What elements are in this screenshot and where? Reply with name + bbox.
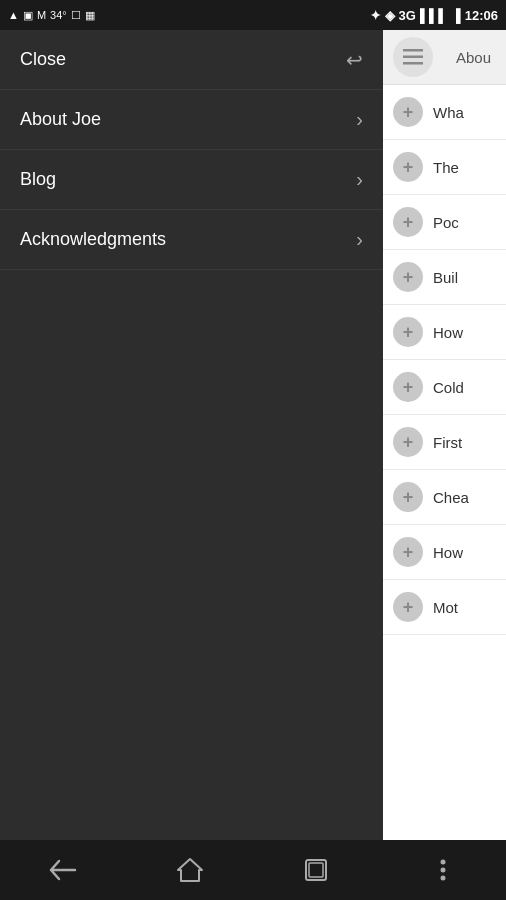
plus-icon-1: +	[393, 97, 423, 127]
plus-icon-6: +	[393, 372, 423, 402]
list-item-text-2: The	[433, 159, 459, 176]
more-icon	[439, 858, 447, 882]
nfc-icon: ◈	[385, 8, 395, 23]
plus-icon-2: +	[393, 152, 423, 182]
plus-icon-4: +	[393, 262, 423, 292]
svg-rect-2	[403, 62, 423, 65]
image-icon: ▣	[23, 9, 33, 22]
close-label: Close	[20, 49, 66, 70]
list-item-text-8: Chea	[433, 489, 469, 506]
temperature: 34°	[50, 9, 67, 21]
sidebar-item-blog[interactable]: Blog ›	[0, 150, 383, 210]
acknowledgments-label: Acknowledgments	[20, 229, 166, 250]
list-item[interactable]: + Cold	[383, 360, 506, 415]
plus-icon-3: +	[393, 207, 423, 237]
plus-icon-9: +	[393, 537, 423, 567]
menu-icon-button[interactable]	[393, 37, 433, 77]
right-panel: Abou + Wha + The + Poc + Buil + How	[383, 30, 506, 840]
list-item-text-9: How	[433, 544, 463, 561]
right-header-title: Abou	[433, 49, 496, 66]
svg-rect-1	[403, 56, 423, 59]
sim-icon: ▦	[85, 9, 95, 22]
home-button[interactable]	[160, 850, 220, 890]
right-header: Abou	[383, 30, 506, 85]
phone-icon: ☐	[71, 9, 81, 22]
list-item[interactable]: + Buil	[383, 250, 506, 305]
recents-icon	[304, 858, 328, 882]
status-left: ▲ ▣ M 34° ☐ ▦	[8, 9, 95, 22]
list-item-text-5: How	[433, 324, 463, 341]
list-item-text-6: Cold	[433, 379, 464, 396]
main-layout: Close ↩ About Joe › Blog › Acknowledgmen…	[0, 30, 506, 840]
gmail-icon: M	[37, 9, 46, 21]
list-item[interactable]: + Wha	[383, 85, 506, 140]
list-item[interactable]: + First	[383, 415, 506, 470]
chevron-right-icon-ack: ›	[356, 228, 363, 251]
bluetooth-icon: ✦	[370, 8, 381, 23]
sidebar: Close ↩ About Joe › Blog › Acknowledgmen…	[0, 30, 383, 840]
blog-label: Blog	[20, 169, 56, 190]
list-item[interactable]: + How	[383, 525, 506, 580]
back-icon	[49, 859, 77, 881]
sidebar-item-about-joe[interactable]: About Joe ›	[0, 90, 383, 150]
list-item[interactable]: + Poc	[383, 195, 506, 250]
plus-icon-10: +	[393, 592, 423, 622]
about-joe-label: About Joe	[20, 109, 101, 130]
back-button[interactable]	[33, 850, 93, 890]
plus-icon-5: +	[393, 317, 423, 347]
plus-icon-8: +	[393, 482, 423, 512]
signal-icon: ▲	[8, 9, 19, 21]
home-icon	[176, 857, 204, 883]
svg-point-5	[440, 860, 445, 865]
list-item[interactable]: + Mot	[383, 580, 506, 635]
chevron-right-icon-about: ›	[356, 108, 363, 131]
svg-point-6	[440, 868, 445, 873]
status-right: ✦ ◈ 3G ▌▌▌ ▐ 12:06	[370, 8, 498, 23]
svg-rect-4	[309, 863, 323, 877]
chevron-right-icon-blog: ›	[356, 168, 363, 191]
list-item-text-10: Mot	[433, 599, 458, 616]
bottom-nav	[0, 840, 506, 900]
close-back-icon: ↩	[346, 48, 363, 72]
battery-icon: ▐	[452, 8, 461, 23]
list-item[interactable]: + The	[383, 140, 506, 195]
recents-button[interactable]	[286, 850, 346, 890]
list-item[interactable]: + How	[383, 305, 506, 360]
network-type: 3G	[399, 8, 416, 23]
status-bar: ▲ ▣ M 34° ☐ ▦ ✦ ◈ 3G ▌▌▌ ▐ 12:06	[0, 0, 506, 30]
more-button[interactable]	[413, 850, 473, 890]
list-item-text-7: First	[433, 434, 462, 451]
list-container: + Wha + The + Poc + Buil + How + Cold	[383, 85, 506, 840]
svg-point-7	[440, 876, 445, 881]
signal-bars: ▌▌▌	[420, 8, 448, 23]
list-item-text-4: Buil	[433, 269, 458, 286]
svg-rect-0	[403, 49, 423, 52]
plus-icon-7: +	[393, 427, 423, 457]
sidebar-item-acknowledgments[interactable]: Acknowledgments ›	[0, 210, 383, 270]
hamburger-icon	[403, 49, 423, 65]
time: 12:06	[465, 8, 498, 23]
list-item-text-1: Wha	[433, 104, 464, 121]
sidebar-item-close[interactable]: Close ↩	[0, 30, 383, 90]
list-item-text-3: Poc	[433, 214, 459, 231]
list-item[interactable]: + Chea	[383, 470, 506, 525]
